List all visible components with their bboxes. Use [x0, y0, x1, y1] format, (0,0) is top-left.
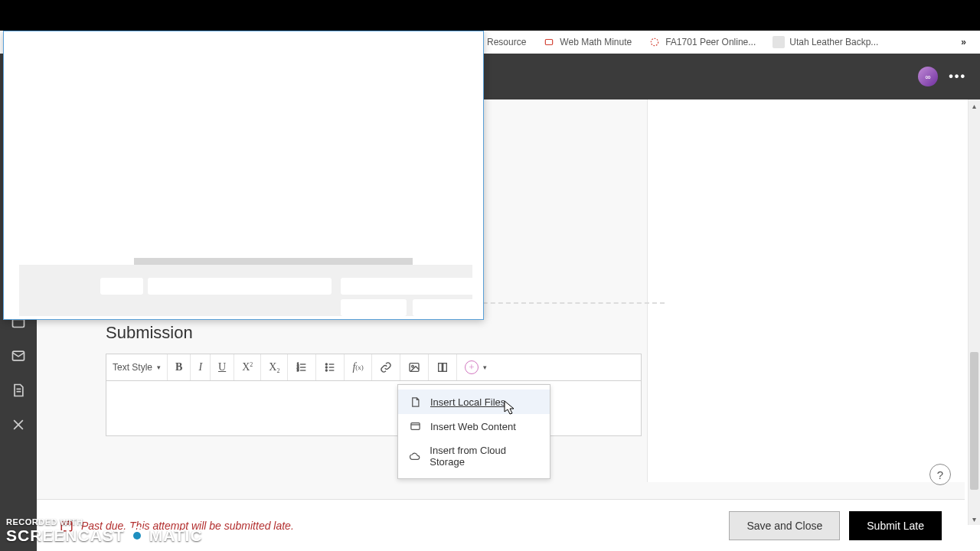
- bookmark-utah[interactable]: Utah Leather Backp...: [773, 36, 878, 48]
- bookmark-label: Resource: [487, 37, 526, 47]
- dialog-placeholder: [341, 299, 407, 316]
- dd-label: Insert from Cloud Storage: [430, 445, 539, 468]
- dialog-placeholder: [148, 278, 332, 295]
- svg-point-18: [326, 367, 328, 368]
- folder-icon: [543, 36, 555, 48]
- insert-dropdown: Insert Local Files Insert Web Content In…: [397, 384, 550, 479]
- scroll-down-icon[interactable]: ▾: [969, 513, 980, 525]
- more-tools-button[interactable]: + ▾: [457, 354, 495, 380]
- svg-text:3: 3: [297, 368, 299, 372]
- unordered-list-button[interactable]: [316, 354, 345, 380]
- tools-icon[interactable]: [11, 417, 26, 436]
- submit-late-button[interactable]: Submit Late: [849, 511, 942, 540]
- insert-stuff-button[interactable]: [429, 354, 457, 380]
- dialog-placeholder: [413, 299, 475, 316]
- file-dialog[interactable]: [3, 31, 484, 320]
- svg-point-1: [652, 38, 658, 45]
- italic-button[interactable]: I: [191, 354, 211, 380]
- insert-local-files[interactable]: Insert Local Files: [398, 390, 550, 414]
- help-button[interactable]: ?: [929, 464, 951, 485]
- side-panel: [647, 99, 965, 482]
- watermark-dot-icon: [128, 527, 146, 545]
- watermark-brand-a: SCREENCAST: [6, 527, 125, 545]
- ring-icon: [648, 36, 661, 48]
- svg-rect-26: [443, 364, 446, 372]
- editor-textarea[interactable]: [106, 381, 642, 436]
- dialog-placeholder: [341, 278, 475, 295]
- page-icon: [773, 36, 785, 48]
- bookmark-peer[interactable]: FA1701 Peer Online...: [648, 36, 756, 48]
- bookmarks-more[interactable]: »: [961, 37, 968, 47]
- bold-button[interactable]: B: [168, 354, 191, 380]
- svg-point-17: [326, 364, 328, 365]
- bookmark-label: Utah Leather Backp...: [789, 37, 878, 47]
- equation-button[interactable]: f(x): [345, 354, 371, 380]
- editor-toolbar: Text Style ▾ B I U X2 X2 123 f(x): [106, 354, 642, 381]
- bookmark-label: Web Math Minute: [560, 37, 632, 47]
- svg-rect-0: [546, 40, 553, 45]
- watermark-brand-b: MATIC: [149, 527, 203, 545]
- caret-down-icon: ▾: [157, 364, 161, 371]
- save-and-close-button[interactable]: Save and Close: [729, 511, 840, 540]
- bookmark-label: FA1701 Peer Online...: [665, 37, 756, 47]
- insert-web-content[interactable]: Insert Web Content: [398, 414, 550, 439]
- dd-label: Insert Local Files: [430, 396, 505, 408]
- bookmark-web-math[interactable]: Web Math Minute: [543, 36, 632, 48]
- insert-cloud-storage[interactable]: Insert from Cloud Storage: [398, 439, 550, 474]
- web-icon: [409, 420, 421, 432]
- file-icon: [409, 396, 421, 408]
- link-button[interactable]: [372, 354, 400, 380]
- svg-point-19: [326, 370, 328, 371]
- screencast-watermark: RECORDED WITH SCREENCAST MATIC: [6, 517, 203, 545]
- plus-circle-icon: +: [465, 360, 479, 374]
- subscript-button[interactable]: X2: [261, 354, 288, 380]
- ordered-list-button[interactable]: 123: [288, 354, 316, 380]
- svg-rect-25: [438, 364, 442, 372]
- text-style-dropdown[interactable]: Text Style ▾: [106, 354, 168, 380]
- text-style-label: Text Style: [113, 362, 152, 373]
- scroll-up-icon[interactable]: ▴: [969, 99, 980, 112]
- dialog-placeholder: [100, 278, 143, 295]
- header-more-icon[interactable]: •••: [949, 70, 966, 83]
- watermark-recorded: RECORDED WITH: [6, 517, 203, 527]
- vertical-scrollbar[interactable]: ▴ ▾: [968, 99, 980, 525]
- svg-rect-27: [410, 422, 419, 429]
- cloud-icon: [409, 450, 420, 462]
- image-button[interactable]: [400, 354, 429, 380]
- document-icon[interactable]: [11, 383, 26, 402]
- section-title: Submission: [106, 323, 193, 343]
- svg-point-24: [411, 365, 413, 367]
- caret-down-icon: ▾: [483, 364, 487, 371]
- bookmark-resource[interactable]: Resource: [487, 37, 526, 47]
- mail-icon[interactable]: [11, 348, 26, 367]
- avatar[interactable]: ∞: [918, 67, 938, 86]
- dd-label: Insert Web Content: [430, 421, 516, 432]
- underline-button[interactable]: U: [211, 354, 234, 380]
- superscript-button[interactable]: X2: [234, 354, 261, 380]
- scroll-thumb[interactable]: [970, 352, 978, 490]
